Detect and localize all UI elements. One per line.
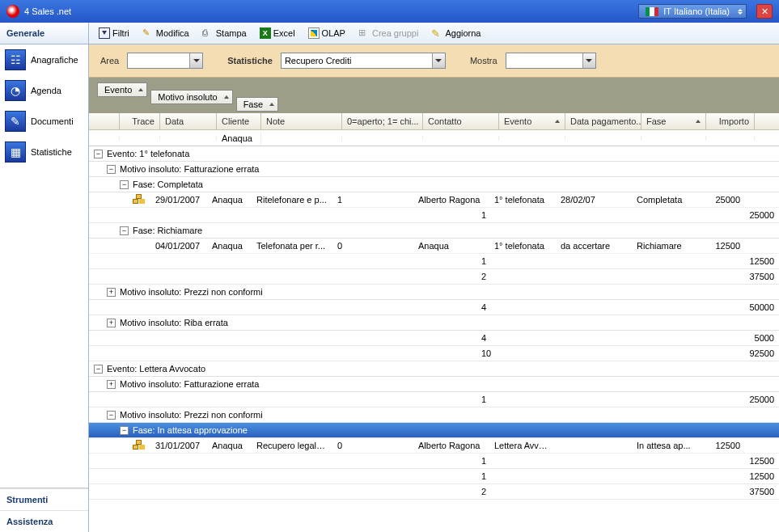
olap-icon: [308, 27, 320, 39]
group-row-motivo[interactable]: +Motivo insoluto: Prezzi non conformi: [89, 285, 779, 300]
edit-icon: [142, 27, 154, 39]
expand-icon[interactable]: +: [107, 288, 116, 297]
group-chip-evento[interactable]: Evento: [97, 82, 147, 97]
col-evento[interactable]: Evento: [499, 113, 565, 129]
filter-cliente[interactable]: Anaqua: [217, 131, 261, 146]
col-trace[interactable]: Trace: [120, 113, 160, 129]
group-chip-fase[interactable]: Fase: [236, 97, 278, 112]
sidebar-item-anagrafiche[interactable]: ☷ Anagrafiche: [0, 44, 88, 75]
data-row[interactable]: 04/01/2007 Anaqua Telefonata per r... 0 …: [89, 239, 779, 254]
grid-header: Trace Data Cliente Note 0=aperto; 1= chi…: [89, 113, 779, 130]
group-icon: [358, 27, 370, 39]
data-grid: Trace Data Cliente Note 0=aperto; 1= chi…: [89, 113, 779, 532]
group-by-bar[interactable]: Evento Motivo insoluto Fase: [89, 78, 779, 113]
expand-icon[interactable]: +: [107, 380, 116, 389]
col-fase[interactable]: Fase: [641, 113, 706, 129]
stampa-button[interactable]: Stampa: [197, 25, 252, 41]
col-expander: [89, 113, 120, 129]
dropdown-icon[interactable]: [582, 53, 595, 68]
mostra-combo[interactable]: [506, 53, 596, 69]
group-row-fase[interactable]: −Fase: Completata: [89, 177, 779, 192]
summary-row: 45000: [89, 331, 779, 346]
group-row-fase-selected[interactable]: −Fase: In attesa approvazione: [89, 423, 779, 438]
sidebar-header-strumenti[interactable]: Strumenti: [0, 488, 88, 510]
sidebar-item-agenda[interactable]: ◔ Agenda: [0, 75, 88, 106]
sidebar-item-documenti[interactable]: ✎ Documenti: [0, 106, 88, 137]
filter-bar: Area Statistiche Mostra: [89, 44, 779, 78]
expand-icon[interactable]: +: [107, 319, 116, 327]
sidebar-item-statistiche[interactable]: ▦ Statistiche: [0, 137, 88, 167]
sidebar-header-generale[interactable]: Generale: [0, 23, 88, 44]
dropdown-icon[interactable]: [189, 53, 202, 68]
dropdown-icon[interactable]: [432, 53, 445, 68]
col-pagamento[interactable]: Data pagamento...: [565, 113, 641, 129]
group-row-evento[interactable]: −Evento: 1° telefonata: [89, 146, 779, 162]
group-row-motivo[interactable]: +Motivo insoluto: Fatturazione errata: [89, 377, 779, 392]
group-row-motivo[interactable]: −Motivo insoluto: Fatturazione errata: [89, 162, 779, 177]
mostra-input[interactable]: [506, 53, 582, 68]
summary-row: 112500: [89, 254, 779, 269]
sidebar-item-label: Documenti: [31, 116, 74, 126]
trace-icon[interactable]: [133, 194, 146, 205]
collapse-icon[interactable]: −: [120, 426, 129, 435]
flag-italy-icon: [646, 7, 658, 16]
language-selector[interactable]: IT Italiano (Italia): [638, 4, 747, 19]
col-importo[interactable]: Importo: [706, 113, 755, 129]
area-input[interactable]: [128, 53, 189, 68]
area-combo[interactable]: [127, 53, 203, 69]
anagrafiche-icon: ☷: [5, 49, 26, 70]
group-row-fase[interactable]: −Fase: Richiamare: [89, 223, 779, 239]
collapse-icon[interactable]: −: [107, 165, 116, 174]
collapse-icon[interactable]: −: [107, 411, 116, 420]
sidebar-item-label: Statistiche: [31, 147, 72, 157]
col-cliente[interactable]: Cliente: [217, 113, 261, 129]
col-aperto[interactable]: 0=aperto; 1= chi...: [342, 113, 423, 129]
refresh-icon: [431, 27, 442, 39]
group-chip-motivo[interactable]: Motivo insoluto: [150, 90, 232, 104]
col-note[interactable]: Note: [261, 113, 342, 129]
app-title: 4 Sales .net: [24, 6, 638, 16]
aggiorna-button[interactable]: Aggiorna: [426, 25, 485, 41]
sidebar-header-assistenza[interactable]: Assistenza: [0, 510, 88, 532]
sidebar-item-label: Anagrafiche: [31, 55, 78, 65]
excel-button[interactable]: XExcel: [255, 25, 300, 41]
group-row-evento[interactable]: −Evento: Lettera Avvocato: [89, 361, 779, 377]
data-row[interactable]: 29/01/2007 Anaqua Ritelefonare e p... 1 …: [89, 192, 779, 208]
modifica-button[interactable]: Modifica: [138, 25, 194, 41]
title-bar: 4 Sales .net IT Italiano (Italia) ✕: [0, 0, 779, 23]
documenti-icon: ✎: [5, 111, 26, 132]
trace-icon[interactable]: [133, 440, 146, 451]
group-row-motivo[interactable]: +Motivo insoluto: Riba errata: [89, 315, 779, 331]
summary-row: 125000: [89, 392, 779, 407]
sort-asc-icon: [269, 103, 274, 106]
summary-row: 112500: [89, 454, 779, 469]
statistiche-combo[interactable]: [281, 53, 446, 69]
summary-row: 237500: [89, 484, 779, 500]
data-row[interactable]: 31/01/2007 Anaqua Recupero legale... 0 A…: [89, 438, 779, 454]
col-contatto[interactable]: Contatto: [423, 113, 499, 129]
group-row-motivo[interactable]: −Motivo insoluto: Prezzi non conformi: [89, 407, 779, 423]
sort-asc-icon: [138, 88, 143, 91]
mostra-label: Mostra: [470, 56, 497, 65]
sort-asc-icon: [224, 95, 229, 99]
col-data[interactable]: Data: [160, 113, 217, 129]
collapse-icon[interactable]: −: [120, 180, 129, 189]
statistiche-icon: ▦: [5, 141, 26, 163]
statistiche-label: Statistiche: [227, 56, 273, 65]
olap-button[interactable]: OLAP: [303, 25, 350, 41]
crea-gruppi-button[interactable]: Crea gruppi: [354, 25, 423, 41]
filtri-button[interactable]: Filtri: [94, 25, 134, 41]
trace-icon[interactable]: [133, 240, 146, 251]
statistiche-input[interactable]: [282, 53, 432, 68]
area-label: Area: [100, 56, 119, 65]
agenda-icon: ◔: [5, 80, 26, 101]
summary-row: 237500: [89, 269, 779, 285]
collapse-icon[interactable]: −: [120, 226, 129, 235]
filter-row: Anaqua: [89, 130, 779, 146]
collapse-icon[interactable]: −: [94, 150, 103, 158]
close-button[interactable]: ✕: [756, 4, 773, 19]
summary-row: 125000: [89, 208, 779, 223]
collapse-icon[interactable]: −: [94, 365, 103, 374]
sidebar: Generale ☷ Anagrafiche ◔ Agenda ✎ Docume…: [0, 23, 89, 532]
toolbar: Filtri Modifica Stampa XExcel OLAP Crea …: [89, 23, 779, 44]
